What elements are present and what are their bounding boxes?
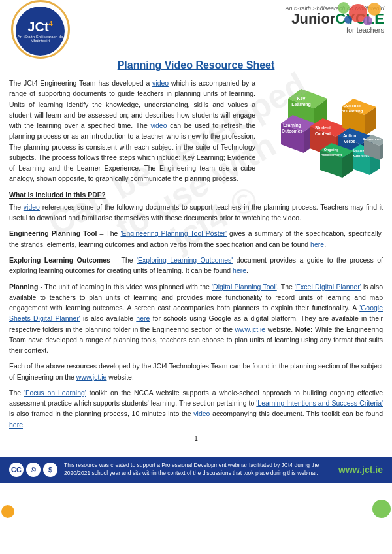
svg-text:Student: Student [315, 125, 331, 130]
svg-text:Evidence: Evidence [344, 104, 361, 108]
what-included-text2: references some of the following documen… [9, 203, 383, 221]
svg-text:Assessment: Assessment [321, 153, 342, 157]
svg-text:Learning: Learning [283, 123, 301, 128]
exploring-heading: Exploring Learning Outcomes [9, 256, 110, 264]
svg-point-2 [368, 3, 381, 16]
footer-url-prefix: www. [338, 464, 362, 475]
focus-link2[interactable]: 'Learning Intentions and Success Criteri… [256, 399, 383, 407]
intro-video-link2[interactable]: video [150, 122, 167, 129]
what-included-link[interactable]: video [24, 203, 40, 211]
svg-point-4 [344, 16, 352, 24]
svg-text:Context: Context [315, 131, 331, 136]
footer-url-suffix: .ie [372, 464, 383, 475]
engineering-link[interactable]: 'Engineering Planning Tool Poster' [120, 229, 227, 237]
planning-text: - The unit of learning in this video was… [38, 283, 212, 291]
footer-url: www.jct.ie [338, 464, 383, 475]
decorative-circles [247, 1, 391, 37]
resources-text2: website. [106, 373, 133, 381]
planning-text4: is also available [80, 314, 137, 322]
engineering-here-link[interactable]: here [310, 240, 324, 248]
svg-text:Action: Action [343, 133, 356, 138]
what-included-text: The [9, 203, 24, 211]
deco-circle-orange-bl [1, 505, 14, 518]
focus-video-link[interactable]: video [193, 410, 210, 417]
attribution-icon: © [26, 463, 41, 477]
focus-text5: . [23, 421, 25, 429]
engineering-heading: Engineering Planning Tool [9, 229, 97, 237]
resources-summary-section: Each of the above resources developed by… [9, 361, 383, 382]
svg-point-3 [363, 16, 372, 25]
intro-text: The JCt4 Engineering Team has developed … [9, 78, 255, 184]
planning-text2: . The [277, 283, 295, 291]
intro-p1: The JCt4 Engineering Team has developed … [9, 79, 152, 87]
deco-circle-green-br [372, 500, 391, 518]
intro-video-link1[interactable]: video [152, 79, 169, 87]
svg-text:Verbs: Verbs [344, 139, 355, 144]
planning-link2[interactable]: 'Excel Digital Planner' [295, 283, 361, 291]
intro-p1c: can be used to refresh the planning proc… [9, 122, 255, 182]
logo-tagline: An tSraith Shóisearach do Mhúinteoirí [16, 35, 65, 42]
exploring-here-link[interactable]: here [233, 267, 246, 274]
footer-icons: CC © $ [9, 463, 57, 477]
exploring-link[interactable]: 'Exploring Learning Outcomes' [137, 256, 233, 264]
planning-link1[interactable]: 'Digital Planning Tool' [212, 283, 277, 291]
what-included-heading: What is included in this PDF? [9, 189, 383, 200]
planning-note: Note: [295, 325, 313, 333]
what-included-section: What is included in this PDF? The video … [9, 189, 383, 223]
svg-text:JUNIOR CYCLE FOR TEACHERS: JUNIOR CYCLE FOR TEACHERS [8, 3, 76, 16]
cube-image: Key Learning Learning Outcomes Student [262, 78, 383, 184]
exploring-text: – The [110, 256, 137, 264]
svg-text:Resources: Resources [363, 137, 381, 141]
planning-link4[interactable]: here [136, 314, 150, 322]
planning-section: Planning - The unit of learning in this … [9, 282, 383, 356]
exploring-text3: . [246, 267, 248, 274]
focus-text4: accompanying this document. This toolkit… [210, 410, 383, 417]
resources-text: Each of the above resources developed by… [9, 362, 383, 380]
page-title: Planning Video Resource Sheet [9, 59, 383, 71]
footer-url-main: jct [362, 464, 372, 475]
main-content: Planning Video Resource Sheet The JCt4 E… [0, 57, 392, 450]
svg-text:Ongoing: Ongoing [324, 148, 339, 152]
cc-icon: CC [9, 463, 24, 477]
focus-text3: is also framed in the planning process, … [9, 410, 193, 417]
logo-arc-text: JUNIOR CYCLE FOR TEACHERS [8, 3, 80, 16]
footer-text: This resource was created to support a P… [64, 462, 332, 478]
nc-icon: $ [43, 463, 57, 477]
focus-learning-section: The 'Focus on Learning' toolkit on the N… [9, 387, 383, 430]
planning-heading: Planning [9, 283, 38, 291]
engineering-planning-section: Engineering Planning Tool – The 'Enginee… [9, 228, 383, 250]
svg-point-1 [338, 2, 350, 14]
intro-section: The JCt4 Engineering Team has developed … [9, 78, 383, 184]
planning-text6: website. [265, 325, 295, 333]
exploring-section: Exploring Learning Outcomes – The 'Explo… [9, 255, 383, 276]
footer: CC © $ This resource was created to supp… [0, 457, 392, 483]
engineering-text: – The [97, 229, 121, 237]
logo-left: JCt4 An tSraith Shóisearach do Mhúinteoi… [8, 5, 80, 54]
svg-text:Outcomes: Outcomes [282, 129, 302, 133]
cube-svg: Key Learning Learning Outcomes Student [262, 82, 383, 179]
page-number: 1 [9, 435, 383, 442]
svg-text:Learning: Learning [291, 102, 311, 107]
svg-text:Key: Key [297, 96, 306, 101]
svg-text:of Learning: of Learning [342, 109, 363, 113]
planning-link5[interactable]: www.jct.ie [235, 325, 266, 333]
focus-here-link[interactable]: here [9, 421, 23, 429]
engineering-text3: . [324, 240, 326, 248]
focus-text: The [9, 389, 24, 397]
focus-link1[interactable]: 'Focus on Learning' [24, 389, 86, 397]
logo-jct-text: JCt4 [27, 20, 52, 33]
resources-link[interactable]: www.jct.ie [76, 373, 107, 381]
